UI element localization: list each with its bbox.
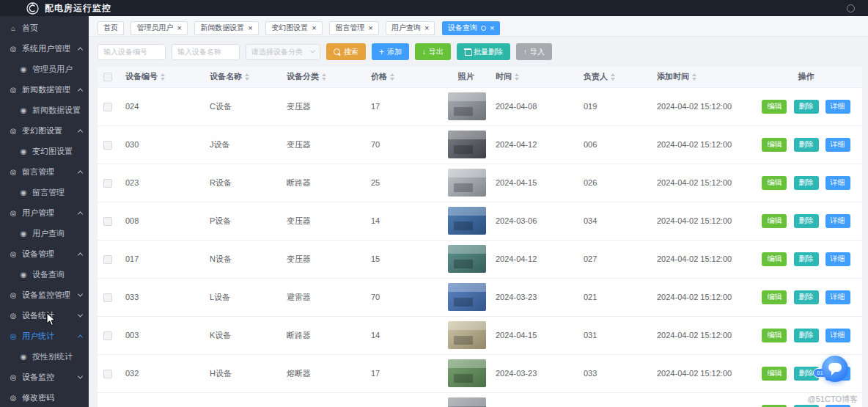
column-header-0[interactable]: 设备编号: [119, 67, 204, 87]
row-checkbox[interactable]: [103, 217, 112, 226]
delete-button[interactable]: 删除: [794, 252, 819, 266]
edit-button[interactable]: 编辑: [762, 367, 787, 381]
column-header-6[interactable]: 负责人: [578, 67, 651, 87]
select-all-checkbox[interactable]: [103, 73, 112, 81]
device-photo[interactable]: [448, 131, 486, 158]
device-name-input[interactable]: [172, 44, 240, 60]
device-photo[interactable]: [448, 169, 486, 197]
close-icon[interactable]: ×: [424, 24, 429, 32]
device-code-input[interactable]: [98, 44, 166, 60]
sidebar-subitem-4-0[interactable]: ◉ 留言管理: [0, 182, 89, 202]
sidebar-subitem-2-0[interactable]: ◉ 新闻数据设置: [0, 100, 89, 120]
sort-icon[interactable]: [692, 73, 696, 81]
row-checkbox[interactable]: [103, 331, 112, 340]
tab-2[interactable]: 新闻数据设置 ×: [194, 21, 258, 35]
device-photo[interactable]: [448, 283, 486, 311]
device-photo[interactable]: [448, 321, 486, 349]
delete-button[interactable]: 删除: [794, 214, 819, 228]
detail-button[interactable]: 详细: [825, 290, 850, 304]
batch-delete-button[interactable]: 批量删除: [457, 43, 510, 60]
edit-button[interactable]: 编辑: [762, 214, 787, 228]
add-button[interactable]: + 添加: [372, 43, 409, 60]
tab-3[interactable]: 变幻图设置 ×: [265, 21, 322, 35]
detail-button[interactable]: 详细: [825, 100, 850, 114]
sidebar-subitem-5-0[interactable]: ◉ 用户查询: [0, 223, 89, 243]
detail-button[interactable]: 详细: [825, 252, 850, 266]
delete-button[interactable]: 删除: [794, 100, 819, 114]
tab-0[interactable]: 首页: [98, 21, 124, 35]
delete-button[interactable]: 删除: [794, 405, 819, 407]
edit-button[interactable]: 编辑: [762, 329, 787, 342]
column-header-5[interactable]: 时间: [490, 67, 578, 87]
sidebar-item-7[interactable]: ◎ 设备监控管理: [0, 285, 89, 305]
device-photo[interactable]: [448, 359, 486, 387]
column-header-1[interactable]: 设备名称: [204, 67, 281, 87]
device-photo[interactable]: [448, 92, 486, 120]
sidebar-subitem-9-0[interactable]: ◉ 按性别统计: [0, 346, 89, 367]
sort-icon[interactable]: [390, 73, 394, 81]
sidebar-item-4[interactable]: ◎ 留言管理: [0, 161, 89, 182]
close-icon[interactable]: ×: [312, 24, 316, 32]
column-header-2[interactable]: 设备分类: [281, 67, 365, 87]
column-header-8[interactable]: 操作: [750, 67, 862, 87]
row-checkbox[interactable]: [103, 179, 112, 188]
delete-button[interactable]: 删除: [794, 176, 819, 190]
sidebar-item-3[interactable]: ◎ 变幻图设置: [0, 120, 89, 141]
tab-1[interactable]: 管理员用户 ×: [130, 21, 187, 35]
sort-icon[interactable]: [161, 73, 165, 81]
search-button[interactable]: 搜索: [326, 43, 366, 60]
tab-4[interactable]: 留言管理 ×: [329, 21, 378, 35]
sidebar-item-11[interactable]: ◎ 修改密码: [0, 387, 89, 407]
close-icon[interactable]: ×: [368, 24, 372, 32]
tab-5[interactable]: 用户查询 ×: [386, 21, 435, 35]
detail-button[interactable]: 详细: [825, 214, 850, 228]
tab-6[interactable]: 设备查询 ×: [442, 21, 500, 35]
close-icon[interactable]: ×: [490, 24, 494, 32]
edit-button[interactable]: 编辑: [762, 405, 787, 407]
detail-button[interactable]: 详细: [825, 405, 850, 407]
device-photo[interactable]: [448, 245, 486, 273]
edit-button[interactable]: 编辑: [762, 290, 787, 304]
sidebar-item-9[interactable]: ◎ 用户统计: [0, 326, 89, 346]
sidebar-item-8[interactable]: ◎ 设备统计: [0, 305, 89, 326]
edit-button[interactable]: 编辑: [762, 100, 787, 114]
row-checkbox[interactable]: [103, 370, 112, 378]
device-photo[interactable]: [448, 397, 486, 407]
close-icon[interactable]: ×: [177, 24, 181, 32]
edit-button[interactable]: 编辑: [762, 138, 787, 152]
import-button[interactable]: ↑ 导入: [516, 43, 552, 60]
chat-widget[interactable]: 01:12: [819, 356, 850, 385]
sort-icon[interactable]: [322, 73, 326, 81]
edit-button[interactable]: 编辑: [762, 252, 787, 266]
edit-button[interactable]: 编辑: [762, 176, 787, 190]
delete-button[interactable]: 删除: [794, 329, 819, 342]
category-select[interactable]: 请选择设备分类: [246, 44, 320, 60]
sidebar-item-10[interactable]: ◎ 设备监控: [0, 367, 89, 387]
sidebar-subitem-1-0[interactable]: ◉ 管理员用户: [0, 59, 89, 79]
sort-icon[interactable]: [245, 73, 249, 81]
detail-button[interactable]: 详细: [825, 329, 850, 342]
row-checkbox[interactable]: [103, 255, 112, 264]
header-user-icon[interactable]: [847, 4, 855, 12]
column-header-3[interactable]: 价格: [365, 67, 442, 87]
sidebar-item-6[interactable]: ◎ 设备管理: [0, 243, 89, 264]
export-button[interactable]: ↓ 导出: [415, 43, 451, 60]
sidebar-item-5[interactable]: ◎ 用户管理: [0, 202, 89, 223]
delete-button[interactable]: 删除: [794, 138, 819, 152]
sidebar-item-2[interactable]: ◎ 新闻数据管理: [0, 79, 89, 100]
sidebar-subitem-6-0[interactable]: ◉ 设备查询: [0, 264, 89, 285]
detail-button[interactable]: 详细: [825, 138, 850, 152]
device-photo[interactable]: [448, 207, 486, 235]
delete-button[interactable]: 删除: [794, 290, 819, 304]
column-header-7[interactable]: 添加时间: [651, 67, 750, 87]
close-icon[interactable]: ×: [248, 24, 252, 32]
row-checkbox[interactable]: [103, 141, 112, 150]
sidebar-subitem-3-0[interactable]: ◉ 变幻图设置: [0, 141, 89, 161]
sort-icon[interactable]: [515, 73, 519, 81]
chat-bubble-icon[interactable]: [822, 356, 848, 382]
column-header-4[interactable]: 照片: [442, 67, 490, 87]
row-checkbox[interactable]: [103, 293, 112, 302]
sort-icon[interactable]: [611, 73, 615, 81]
detail-button[interactable]: 详细: [825, 176, 850, 190]
row-checkbox[interactable]: [103, 103, 112, 111]
